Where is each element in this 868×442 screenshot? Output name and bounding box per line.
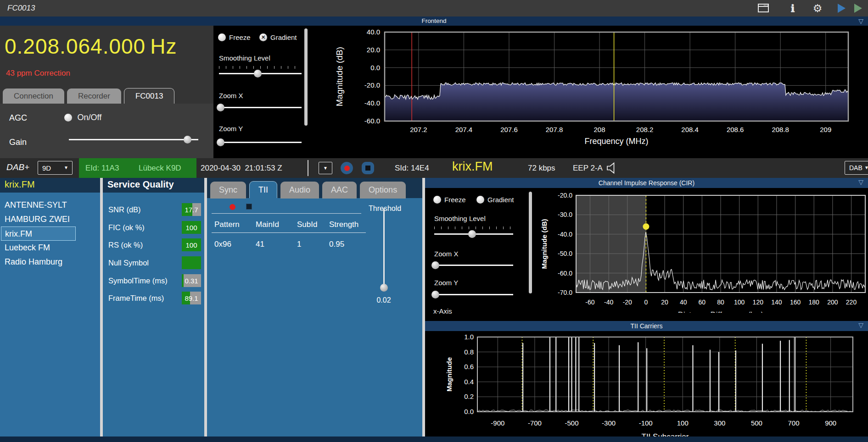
tii-stop-square-icon[interactable] [246,204,252,210]
quality-value-badge: 17.7 [182,203,201,216]
decoder-tab-options[interactable]: Options [360,182,406,199]
spectrum-controls-scrollbar[interactable] [304,28,308,126]
cir-collapse-icon[interactable]: ▽ [858,178,863,186]
record-dot-icon [344,166,350,171]
agc-radio-circle[interactable] [64,114,72,122]
cir-zoomy-slider[interactable] [434,291,513,298]
quality-row: SymbolTime (ms)0.31 [103,271,204,289]
svg-text:900: 900 [825,419,836,427]
cir-header: Channel Impulse Response (CIR) ▽ [425,178,868,188]
station-list-item[interactable]: ANTENNE-SYLT [0,198,100,212]
spectrum-controls: Freeze Gradient Smoothing Level Zoom X Z… [213,26,308,158]
cir-zoomy-label: Zoom Y [434,279,458,287]
station-list-item[interactable]: krix.FM [1,227,76,241]
spectrum-zoomy-label: Zoom Y [219,125,243,133]
start-recording-playback-icon[interactable] [852,2,864,14]
spectrum-plot[interactable]: 207.2207.4207.6207.8208208.2208.4208.620… [308,26,868,158]
svg-text:208.2: 208.2 [636,126,654,133]
cir-zoomx-slider[interactable] [434,261,513,269]
start-playback-icon[interactable] [835,2,847,14]
tii-table-cell: 1 [294,240,326,249]
cir-freeze-radio[interactable]: Freeze [433,195,466,204]
tii-table-header: MainId [253,220,294,229]
tuner-tab-fc0013[interactable]: FC0013 [124,88,174,104]
decoder-tab-audio[interactable]: Audio [280,182,319,199]
svg-text:TII Subcarrier: TII Subcarrier [642,432,689,436]
station-list-item[interactable]: Radio Hamburg [0,255,100,269]
quality-label: Null Symbol [108,259,149,267]
tii-header: TII Carriers ▽ [425,321,868,331]
ensemble-id: EId: 11A3 [85,164,119,173]
record-button[interactable] [341,162,353,174]
threshold-slider-handle[interactable] [380,284,388,292]
title-bar: FC0013 ℹ ⚙ [0,0,868,17]
svg-text:207.4: 207.4 [455,126,473,133]
svg-text:Distance Difference (km): Distance Difference (km) [678,310,764,313]
spectrum-smoothing-slider[interactable] [219,70,302,77]
decoder-tab-sync[interactable]: Sync [210,182,246,199]
tii-record-dot-icon[interactable] [230,204,235,210]
svg-text:-40: -40 [604,298,613,306]
svg-text:-50.0: -50.0 [558,250,572,257]
quality-value-badge: 100 [182,238,201,251]
frequency-unit: Hz [150,34,177,58]
spectrum-gradient-radio[interactable]: Gradient [259,33,297,41]
threshold-slider-track[interactable] [383,209,385,288]
tuner-tab-connection[interactable]: Connection [3,88,64,104]
bar-separator [308,160,308,176]
svg-text:1.0: 1.0 [464,333,474,341]
quality-value-badge: 89.1 [182,292,201,304]
station-list-item[interactable]: Luebeck FM [0,241,100,255]
tii-table-row: 0x964110.95 [212,233,366,249]
window-restore-icon[interactable] [757,2,769,14]
station-panel: krix.FM ANTENNE-SYLTHAMBURG ZWEIkrix.FML… [0,178,100,436]
service-quality-rows: SNR (dB)17.7FIC (ok %)100RS (ok %)100Nul… [103,201,204,307]
tii-title: TII Carriers [425,321,868,331]
tuner-tab-recorder[interactable]: Recorder [67,88,121,104]
cir-controls-scrollbar[interactable] [529,192,532,293]
svg-text:140: 140 [771,298,782,306]
divider-line [212,213,361,214]
spectrum-zoomy-slider[interactable] [219,138,302,146]
spectrum-freeze-radio[interactable]: Freeze [218,33,251,41]
svg-text:300: 300 [714,419,725,427]
quality-value: 89.1 [182,294,201,302]
info-icon[interactable]: ℹ [787,2,799,14]
spectrum-smoothing-label: Smoothing Level [219,54,270,62]
svg-text:40.0: 40.0 [367,28,380,36]
svg-text:-40.0: -40.0 [558,231,572,238]
svg-text:208: 208 [594,126,605,133]
frontend-collapse-icon[interactable]: ▽ [858,17,863,25]
spectrum-zoomx-slider[interactable] [219,104,302,111]
cir-smoothing-slider[interactable] [434,230,513,238]
lower-region: krix.FM ANTENNE-SYLTHAMBURG ZWEIkrix.FML… [0,178,868,436]
tii-plot-svg[interactable]: -900-700-500-300-1001003005007009001.00.… [425,331,868,436]
station-list-item[interactable]: HAMBURG ZWEI [0,212,100,227]
cir-gradient-radio[interactable]: Gradient [476,195,514,204]
output-mode-dropdown[interactable]: DAB ▼ [845,161,868,175]
svg-text:208.6: 208.6 [727,126,744,133]
quality-row: FIC (ok %)100 [103,219,204,237]
svg-text:207.2: 207.2 [410,126,427,133]
settings-gear-icon[interactable]: ⚙ [812,2,823,14]
tii-collapse-icon[interactable]: ▽ [858,321,863,329]
gain-label: Gain [9,138,27,147]
decoder-tab-tii[interactable]: TII [249,181,277,198]
current-service-name: krix.FM [452,160,493,174]
frontend-spectrum-svg: 207.2207.4207.6207.8208208.2208.4208.620… [312,26,868,146]
dab-mode-label: DAB+ [6,162,29,172]
decoder-panel: SyncTIIAudioAACOptions Threshold Pattern… [207,178,422,436]
cir-plot-svg[interactable]: -60-40-20020406080100120140160180200220-… [535,188,868,313]
channel-dropdown[interactable]: 9D ▼ [38,161,73,175]
quality-value: 100 [182,241,201,249]
record-options-dropdown[interactable]: ▼ [319,162,332,174]
speaker-icon[interactable] [606,162,618,176]
decoder-tab-aac[interactable]: AAC [322,182,357,199]
svg-text:500: 500 [751,419,762,427]
service-quality-panel: Service Quality SNR (dB)17.7FIC (ok %)10… [103,178,204,436]
gain-slider[interactable] [69,136,198,144]
agc-radio[interactable]: On/Off [64,113,101,122]
svg-text:-60: -60 [585,298,594,306]
stop-button[interactable] [362,162,374,174]
svg-text:40: 40 [680,298,687,306]
